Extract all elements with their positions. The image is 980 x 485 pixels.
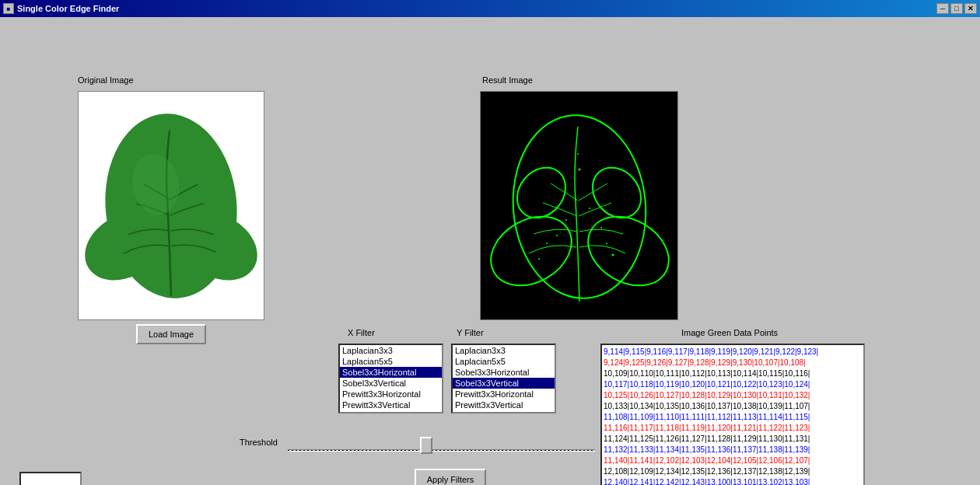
original-leaf-image (79, 92, 264, 319)
x-filter-item-prewitt3x3h[interactable]: Prewitt3x3Horizontal (340, 389, 442, 400)
svg-point-14 (577, 153, 579, 155)
x-filter-listbox[interactable]: Laplacian3x3 Laplacian5x5 Sobel3x3Horizo… (338, 344, 443, 413)
x-filter-item-laplacian5x5[interactable]: Laplacian5x5 (340, 356, 442, 367)
svg-point-21 (612, 254, 614, 256)
svg-point-22 (538, 258, 540, 260)
app-icon: ■ (3, 3, 14, 14)
x-filter-label: X Filter (348, 328, 375, 337)
image-data-label: Image Green Data Points (681, 328, 778, 337)
data-textbox[interactable]: 9,114|9,115|9,116|9,117|9,118|9,119|9,12… (600, 344, 865, 485)
y-filter-item-prewitt3x3h[interactable]: Prewitt3x3Horizontal (453, 389, 555, 400)
close-button[interactable]: ✕ (964, 3, 977, 14)
result-image-label: Result Image (482, 75, 533, 85)
svg-point-15 (589, 208, 590, 209)
main-area: Original Image Result Image Image Green … (0, 17, 980, 485)
svg-point-17 (600, 227, 602, 229)
load-image-button[interactable]: Load Image (136, 324, 206, 344)
svg-point-18 (556, 235, 558, 236)
y-filter-item-sobel3x3v[interactable]: Sobel3x3Vertical (453, 378, 555, 389)
y-filter-listbox[interactable]: Laplacian3x3 Laplacian5x5 Sobel3x3Horizo… (451, 344, 556, 413)
result-image-container (480, 91, 678, 320)
y-filter-item-prewitt3x3v[interactable]: Prewitt3x3Vertical (453, 400, 555, 410)
y-filter-item-sobel3x3h[interactable]: Sobel3x3Horizontal (453, 367, 555, 378)
original-image-container (78, 91, 264, 320)
x-filter-item-prewitt3x3v[interactable]: Prewitt3x3Vertical (340, 400, 442, 410)
maximize-button[interactable]: □ (950, 3, 963, 14)
x-filter-item-sobel3x3v[interactable]: Sobel3x3Vertical (340, 378, 442, 389)
svg-point-19 (606, 242, 607, 244)
threshold-value-input[interactable] (19, 472, 82, 485)
svg-point-13 (579, 169, 581, 171)
x-filter-item-sobel3x3h[interactable]: Sobel3x3Horizontal (340, 367, 442, 378)
threshold-track[interactable] (288, 443, 595, 457)
result-leaf-image (481, 92, 678, 320)
x-filter-item-laplacian3x3[interactable]: Laplacian3x3 (340, 345, 442, 356)
y-filter-label: Y Filter (457, 328, 484, 337)
svg-point-20 (546, 242, 548, 244)
window-controls: ─ □ ✕ (936, 3, 977, 14)
apply-filters-button[interactable]: Apply Filters (415, 469, 486, 485)
original-image-label: Original Image (78, 75, 134, 85)
y-filter-item-laplacian5x5[interactable]: Laplacian5x5 (453, 356, 555, 367)
threshold-thumb[interactable] (420, 437, 432, 454)
window-title: Single Color Edge Finder (17, 4, 119, 13)
minimize-button[interactable]: ─ (936, 3, 949, 14)
threshold-label: Threshold (240, 438, 278, 447)
title-bar: ■ Single Color Edge Finder ─ □ ✕ (0, 0, 980, 17)
svg-point-16 (565, 219, 567, 221)
y-filter-item-laplacian3x3[interactable]: Laplacian3x3 (453, 345, 555, 356)
